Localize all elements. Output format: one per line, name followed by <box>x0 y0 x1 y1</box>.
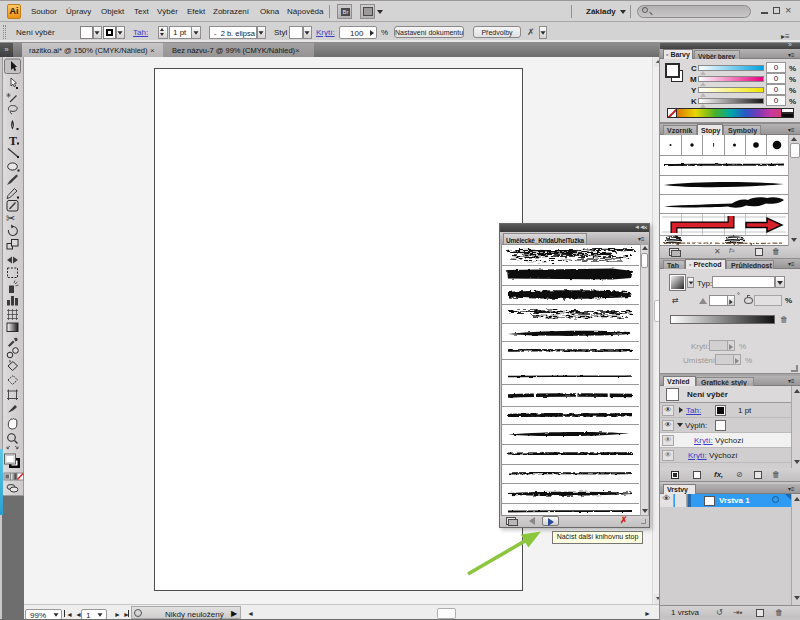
svg-text:✂: ✂ <box>6 212 15 224</box>
svg-text:T: T <box>9 134 17 148</box>
